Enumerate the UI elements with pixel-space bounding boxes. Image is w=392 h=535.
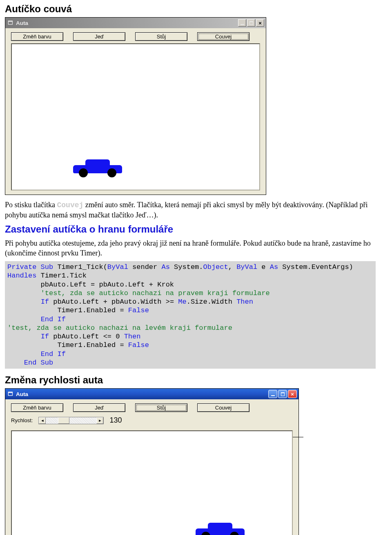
car-canvas	[11, 43, 260, 190]
para1-ghost: Couvej	[57, 201, 84, 209]
speed-label: Rychlost:	[11, 417, 33, 423]
para-after-couva: Po stisku tlačítka Couvej změní auto smě…	[5, 200, 376, 220]
btn-jed[interactable]: Jeď	[73, 403, 125, 412]
btn-zmen-barvu[interactable]: Změň barvu	[11, 32, 63, 41]
titlebar: 🗔 Auta ×	[5, 389, 298, 399]
app-icon: 🗔	[7, 20, 13, 26]
para-zastaveni: Při pohybu autíčka otestujeme, zda jeho …	[5, 238, 376, 258]
client-area: Změň barvu Jeď Stůj Couvej	[5, 28, 266, 195]
heading-zastaveni: Zastavení autíčka o hranu formuláře	[5, 224, 376, 235]
window-auta-1: 🗔 Auta × Změň barvu Jeď Stůj Couvej	[5, 17, 266, 195]
maximize-button[interactable]	[278, 390, 287, 398]
code-block: Private Sub Timer1_Tick(ByVal sender As …	[5, 261, 376, 369]
titlebar: 🗔 Auta ×	[5, 18, 266, 28]
para1-pre: Po stisku tlačítka	[5, 201, 57, 209]
scroll-left-button[interactable]: ◄	[39, 417, 46, 424]
minimize-button[interactable]	[238, 19, 246, 27]
client-area: Změň barvu Jeď Stůj Couvej Rychlost: ◄ ►…	[5, 399, 298, 535]
btn-zmen-barvu[interactable]: Změň barvu	[11, 403, 63, 412]
window-title: Auta	[16, 391, 268, 397]
heading-couva: Autíčko couvá	[5, 3, 376, 15]
window-title: Auta	[16, 20, 238, 26]
close-button[interactable]: ×	[256, 19, 264, 27]
car-sprite	[196, 520, 245, 535]
heading-rychlost: Změna rychlosti auta	[5, 374, 376, 386]
speed-scrollbar[interactable]: ◄ ►	[38, 417, 104, 424]
scroll-thumb[interactable]	[58, 417, 69, 424]
minimize-button[interactable]	[268, 390, 277, 398]
window-auta-2: 🗔 Auta × Změň barvu Jeď Stůj Couvej Rych…	[5, 388, 299, 535]
car-canvas	[11, 430, 293, 535]
btn-couvej[interactable]: Couvej	[197, 403, 249, 412]
close-button[interactable]: ×	[288, 390, 297, 398]
app-icon: 🗔	[7, 391, 13, 397]
car-sprite	[73, 157, 122, 177]
lbRychlost: 130	[109, 416, 122, 425]
btn-stuj[interactable]: Stůj	[135, 403, 187, 412]
btn-jed[interactable]: Jeď	[73, 32, 125, 41]
btn-stuj[interactable]: Stůj	[135, 32, 187, 41]
btn-couvej[interactable]: Couvej	[197, 32, 249, 41]
scroll-track[interactable]	[46, 417, 96, 424]
scroll-right-button[interactable]: ►	[96, 417, 103, 424]
maximize-button[interactable]	[247, 19, 255, 27]
